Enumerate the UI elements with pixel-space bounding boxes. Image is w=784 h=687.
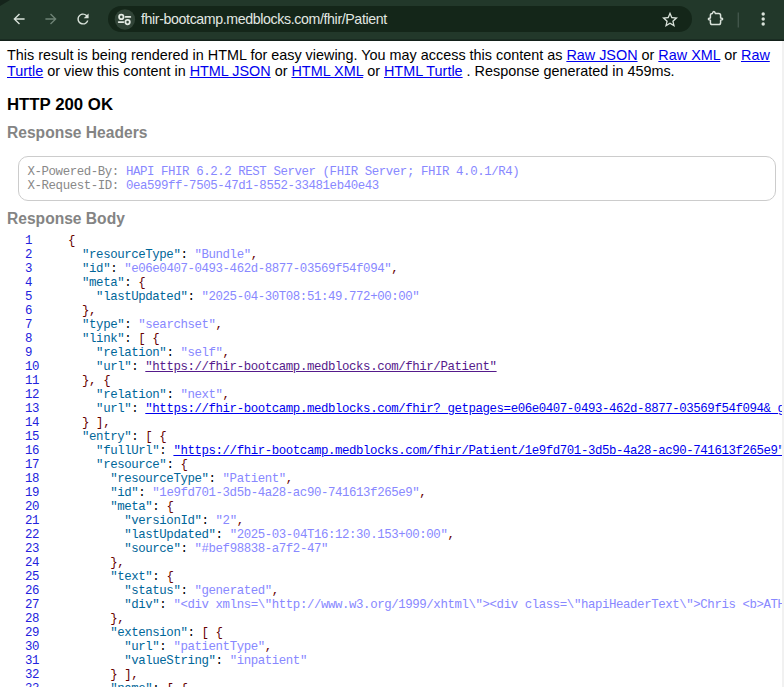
svg-text:fhir-bootcamp.medblocks.com/fh: fhir-bootcamp.medblocks.com/fhir/Patient	[141, 11, 387, 27]
